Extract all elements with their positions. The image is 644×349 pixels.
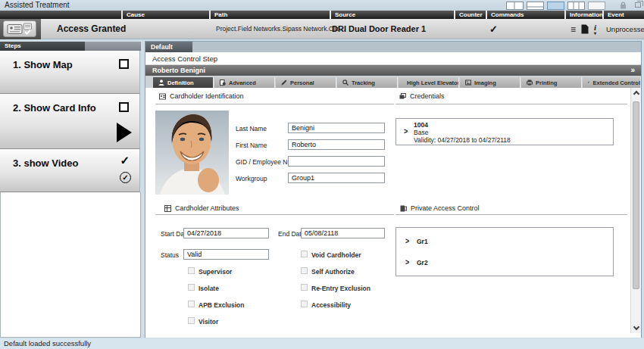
content-scrollbar[interactable] [630,88,641,333]
workgroup-field[interactable] [288,173,385,183]
credential-validity: Validity: 04/27/2018 to 04/27/2118 [414,136,511,144]
void-cardholder-checkbox[interactable] [301,251,308,257]
layout-split-vertical-button[interactable] [506,2,524,10]
section-title: Credentials [410,92,445,100]
step-done-check-icon: ✓ [120,154,130,167]
step-item-show-map[interactable]: 1. Show Map [0,51,140,94]
re-entry-exclusion-checkbox[interactable] [301,284,308,291]
apb-exclusion-label: APB Exclusion [199,301,244,309]
private-access-groups-box: > Gr1 > Gr2 [395,227,614,276]
event-cause: Access Granted [57,19,126,39]
credential-item[interactable]: > 1004 Base Validity: 04/27/2018 to 04/2… [395,118,614,145]
scrollbar-thumb[interactable] [633,101,639,289]
assisted-treatment-window: Assisted Treatment Cause Path Source Cou… [0,0,644,349]
flag-icon [588,79,589,86]
information-cell: ≡ i▾ [571,19,596,39]
scroll-down-icon[interactable] [633,324,639,330]
supervisor-checkbox[interactable] [188,267,195,274]
private-access-control-header: Private Access Control [400,204,480,212]
self-authorize-checkbox[interactable] [301,267,308,274]
printer-icon [527,79,533,86]
last-name-label: Last Name [236,125,267,132]
event-type-button[interactable] [3,20,36,37]
column-source[interactable]: Source [330,11,355,19]
credential-profile: Base [414,129,428,136]
tab-imaging[interactable]: Imaging [460,77,521,88]
section-divider [155,104,394,104]
step-item-show-video[interactable]: 3. show Video ✓ ✓ [0,149,140,192]
expand-chevron-icon[interactable]: > [404,126,408,136]
status-bar: Default loaded successfully [0,338,644,349]
first-name-field[interactable] [288,139,385,150]
event-row[interactable]: Access Granted Project.Field Networks.Si… [0,19,644,39]
layout-blank-pane-button[interactable] [588,2,605,10]
event-source: DRI Dual Door Reader 1 [332,19,426,39]
column-cause[interactable]: Cause [121,11,145,19]
tab-high-level-elevator[interactable]: High Level Elevator [399,77,459,88]
current-step-arrow-icon [117,123,132,142]
column-counter[interactable]: Counter [454,11,487,19]
lock-icon[interactable] [620,2,627,10]
cardholder-name-bar: Roberto Benigni » [145,65,641,76]
section-divider [395,214,627,215]
layout-split-columns-button[interactable] [567,2,585,10]
column-information[interactable]: Information [564,11,603,19]
step-checkbox[interactable] [119,102,129,112]
tab-definition[interactable]: Definition [153,77,214,88]
last-name-field[interactable] [288,123,385,133]
restore-window-icon[interactable] [635,2,641,8]
person-icon [158,79,164,86]
gid-field[interactable] [288,156,385,167]
image-icon [465,79,471,86]
attributes-icon [164,205,171,212]
tab-advanced[interactable]: Advanced [214,77,275,88]
tab-printing[interactable]: Printing [521,77,582,88]
tab-personal[interactable]: Personal [276,77,336,88]
group-item[interactable]: Gr1 [417,238,428,245]
start-date-field[interactable] [183,228,269,238]
section-title: Cardholder Identification [170,92,244,100]
pencil-icon [281,79,287,86]
column-path[interactable]: Path [209,11,227,19]
status-field[interactable] [183,249,269,260]
commands-check-icon: ✓ [489,19,498,39]
layout-single-pane-button[interactable] [547,2,564,10]
event-list-icon[interactable]: ≡ [571,25,576,34]
layout-split-horizontal-button[interactable] [527,2,544,10]
tab-extended-control[interactable]: Extended Control [583,77,641,88]
cardholder-name: Roberto Benigni [152,67,205,74]
step-label: 1. Show Map [13,59,73,70]
expand-chevron-icon[interactable]: > [405,236,409,246]
more-tabs-icon[interactable]: » [630,65,635,76]
event-type-cell [0,19,41,39]
tab-tracking[interactable]: Tracking [337,77,398,88]
end-date-field[interactable] [301,228,385,238]
expand-chevron-icon[interactable]: > [405,257,409,267]
cards-icon [399,93,406,100]
event-list-header: Cause Path Source Counter Commands Infor… [0,11,644,19]
cardholder-identification-header: Cardholder Identification [159,92,244,100]
cardholder-photo [155,111,229,195]
group-item[interactable]: Gr2 [417,259,428,266]
step-checkbox[interactable] [119,59,129,69]
event-path: Project.Field Networks.Sipass Network.Cl… [216,19,345,39]
section-title: Private Access Control [411,204,480,212]
column-commands[interactable]: Commands [487,11,524,19]
visitor-label: Visitor [199,318,218,326]
tab-default[interactable]: Default [145,42,192,52]
steps-tab[interactable]: Steps [0,42,85,51]
column-event-status[interactable]: Event Status [602,11,644,19]
info-dropdown-icon[interactable]: i▾ [594,23,596,35]
supervisor-label: Supervisor [199,268,232,276]
accessibility-checkbox[interactable] [301,301,308,307]
isolate-checkbox[interactable] [188,284,195,291]
first-name-label: First Name [236,142,267,149]
apb-exclusion-checkbox[interactable] [188,301,195,307]
document-icon[interactable] [581,24,589,34]
step-item-show-card-info[interactable]: 2. Show Card Info [0,94,140,149]
void-cardholder-label: Void Cardholder [311,251,361,259]
visitor-checkbox[interactable] [188,317,195,324]
event-status-value: Unprocessed [606,19,644,39]
scroll-up-icon[interactable] [633,91,639,97]
status-label: Status [161,251,179,259]
